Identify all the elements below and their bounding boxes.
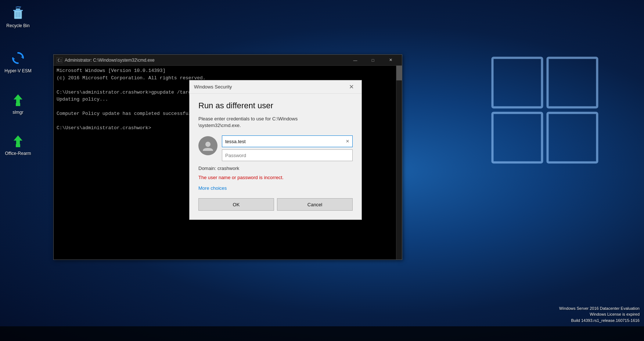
watermark-line-2: Windows License is expired bbox=[559, 311, 640, 318]
hyperv-icon bbox=[9, 49, 27, 67]
watermark: Windows Server 2016 Datacenter Evaluatio… bbox=[559, 305, 640, 324]
cmd-scrollbar[interactable] bbox=[396, 66, 402, 260]
username-clear-button[interactable]: ✕ bbox=[345, 138, 350, 144]
dialog-buttons: OK Cancel bbox=[198, 198, 353, 211]
cmd-maximize-button[interactable]: □ bbox=[364, 55, 381, 66]
svg-rect-13 bbox=[16, 103, 20, 106]
security-dialog: Windows Security ✕ Run as different user… bbox=[189, 80, 362, 220]
cmd-minimize-button[interactable]: — bbox=[347, 55, 364, 66]
svg-rect-6 bbox=[16, 8, 20, 10]
svg-rect-5 bbox=[13, 10, 23, 11]
svg-rect-0 bbox=[493, 58, 542, 108]
recycle-bin-label: Recycle Bin bbox=[6, 23, 29, 28]
more-choices-link[interactable]: More choices bbox=[198, 185, 227, 191]
cmd-controls: — □ ✕ bbox=[347, 55, 399, 66]
credentials-fields: ✕ bbox=[222, 135, 353, 161]
dialog-description: Please enter credentials to use for C:\W… bbox=[198, 116, 353, 129]
username-wrapper: ✕ bbox=[222, 135, 353, 147]
svg-rect-2 bbox=[493, 113, 542, 163]
ok-button[interactable]: OK bbox=[198, 198, 274, 211]
cancel-button[interactable]: Cancel bbox=[277, 198, 353, 211]
dialog-titlebar: Windows Security ✕ bbox=[190, 80, 361, 94]
windows-logo bbox=[490, 55, 600, 165]
svg-rect-15 bbox=[16, 144, 20, 147]
desktop: Recycle Bin Hyper-V ESM slmgr bbox=[0, 0, 644, 341]
dialog-body: Run as different user Please enter crede… bbox=[190, 94, 361, 220]
svg-rect-1 bbox=[548, 58, 597, 108]
taskbar bbox=[0, 326, 644, 341]
svg-rect-3 bbox=[548, 113, 597, 163]
watermark-line-1: Windows Server 2016 Datacenter Evaluatio… bbox=[559, 305, 640, 312]
hyperv-label: Hyper-V ESM bbox=[4, 68, 31, 73]
domain-label: Domain: crashwork bbox=[198, 166, 353, 171]
cmd-scrollbar-thumb[interactable] bbox=[396, 66, 402, 80]
watermark-line-3: Build 14393.rs1_release.160715-1616 bbox=[559, 318, 640, 324]
desktop-icon-slmgr[interactable]: slmgr bbox=[1, 89, 35, 116]
slmgr-icon bbox=[9, 91, 27, 108]
error-message: The user name or password is incorrect. bbox=[198, 175, 353, 180]
svg-point-18 bbox=[205, 142, 211, 147]
password-input[interactable] bbox=[222, 149, 353, 161]
dialog-title-text: Windows Security bbox=[194, 84, 345, 90]
cmd-titlebar: C:\ Administrator: C:\Windows\system32\c… bbox=[54, 55, 402, 66]
cmd-title-text: Administrator: C:\Windows\system32\cmd.e… bbox=[65, 58, 347, 63]
cmd-title-icon: C:\ bbox=[57, 57, 62, 63]
dialog-close-button[interactable]: ✕ bbox=[345, 81, 357, 93]
credentials-row: ✕ bbox=[198, 135, 353, 161]
svg-text:C:\: C:\ bbox=[58, 58, 62, 62]
desktop-icon-recycle-bin[interactable]: Recycle Bin bbox=[1, 3, 35, 30]
slmgr-label: slmgr bbox=[12, 110, 23, 115]
cmd-close-button[interactable]: ✕ bbox=[382, 55, 399, 66]
desktop-icon-hyperv[interactable]: Hyper-V ESM bbox=[1, 48, 35, 75]
username-input[interactable] bbox=[222, 135, 353, 147]
office-rearm-icon bbox=[9, 132, 27, 149]
cmd-line-1: Microsoft Windows [Version 10.0.14393] bbox=[57, 67, 399, 75]
office-rearm-label: Office-Rearm bbox=[5, 151, 31, 156]
desktop-icon-office-rearm[interactable]: Office-Rearm bbox=[1, 130, 35, 157]
dialog-heading: Run as different user bbox=[198, 101, 353, 110]
user-avatar bbox=[198, 136, 217, 155]
recycle-bin-icon bbox=[9, 4, 27, 22]
password-wrapper bbox=[222, 149, 353, 161]
